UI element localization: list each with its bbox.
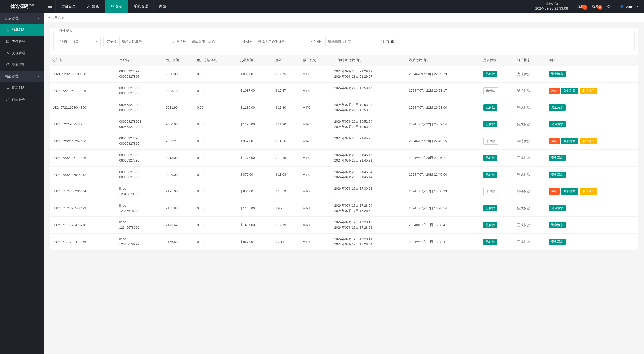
cell-order: UB2407171728542493 (50, 200, 117, 217)
wrench-icon (6, 51, 10, 55)
nav-item-0[interactable]: 后台首页 (56, 0, 81, 13)
paid-tag: 已付款 (483, 104, 497, 111)
user-menu[interactable]: 👤 admin (615, 5, 644, 8)
cell-actions: 资金流水 (546, 149, 638, 166)
cell-level: VIP1 (300, 233, 332, 250)
link-icon (6, 98, 10, 101)
action-flow[interactable]: 资金流水 (549, 239, 566, 245)
cell-amount: ＄854.00 (237, 183, 272, 200)
phone-input[interactable] (256, 37, 303, 46)
cell-order: UB2407221953172926 (50, 82, 117, 99)
cell-order: UB2407202145252436 (50, 133, 117, 150)
cell-order: UB2407171728473770 (50, 217, 117, 234)
sidebar-group-1[interactable]: 商品管理 (0, 71, 44, 82)
action-freeze[interactable]: 冻结 (549, 188, 560, 195)
nav-item-2[interactable]: 交易 (105, 0, 128, 13)
nav-item-label: 角色 (92, 4, 99, 9)
action-flow[interactable]: 资金流水 (549, 205, 566, 211)
action-flow[interactable]: 资金流水 (549, 121, 566, 127)
withdraw-badge: 0 (598, 5, 602, 10)
action-force-pay[interactable]: 强制付款 (561, 188, 578, 195)
cell-level: VIP0 (300, 116, 332, 133)
cell-commission: ＄12.19 (272, 217, 300, 234)
action-flow[interactable]: 资金流水 (549, 71, 566, 77)
cell-last: 2024年07月20日 22:45:25 (406, 133, 481, 150)
cell-user: lihao12345678999 (117, 233, 163, 250)
recharge-link[interactable]: 充值 14 (573, 4, 588, 9)
table-row: UB24072219525427510806532789980806532789… (50, 116, 638, 133)
nav-item-label: 商城 (159, 4, 166, 9)
refresh-button[interactable]: ↻ (603, 4, 615, 9)
action-flow[interactable]: 资金流水 (549, 222, 566, 228)
cell-user: lihao12345678999 (117, 183, 163, 200)
cell-actions: 资金流水 (546, 66, 638, 83)
user-input[interactable] (189, 37, 237, 46)
top-right: 当地时间 2024-09-28 21:33:08 充值 14 提现 0 ↻ 👤 … (530, 0, 644, 13)
table-row: UB2407171728412976lihao123456789992166.5… (50, 233, 638, 250)
cell-last: 2024年07月22日 20:53:04 (406, 99, 481, 116)
cell-last: 2024年07月22日 20:53:17 (406, 82, 481, 99)
cell-balance: 2000.00 (163, 66, 194, 83)
cell-balance: 2166.58 (163, 233, 194, 250)
paid-tag: 已付款 (483, 71, 497, 77)
sidebar-group-0[interactable]: 交易管理 (0, 13, 44, 24)
nav-item-4[interactable]: 商城 (153, 0, 172, 13)
sidebar-item-1-0[interactable]: 商品列表 (0, 82, 44, 94)
time-value: 2024-09-28 21:33:08 (535, 6, 568, 11)
cell-commission: ＄11.80 (272, 99, 300, 116)
cell-times: 2024年09月28日 21:29:192024年09月28日 21:29:27 (332, 66, 406, 83)
cell-actions: 资金流水 (546, 99, 638, 116)
time-input[interactable] (326, 37, 373, 46)
sidebar-item-0-1[interactable]: 充值管理 (0, 36, 44, 47)
breadcrumb-current: 订单列表 (51, 15, 64, 20)
cell-paid: 已付款 (481, 200, 515, 217)
status-select[interactable]: 全部 (70, 37, 100, 46)
paid-tag: 已付款 (483, 155, 497, 161)
action-flow[interactable]: 资金流水 (549, 104, 566, 111)
action-cancel[interactable]: 取消订单 (580, 138, 597, 144)
cell-actions: 资金流水 (546, 217, 638, 234)
nav-item-3[interactable]: 系统管理 (128, 0, 153, 13)
action-freeze[interactable]: 冻结 (549, 138, 560, 144)
action-cancel[interactable]: 取消订单 (580, 188, 597, 195)
action-flow[interactable]: 资金流水 (549, 172, 566, 178)
cell-balance: 2185.88 (163, 200, 194, 217)
column-header-10: 订单状态 (515, 55, 546, 66)
cell-order: UB2407221952542751 (50, 116, 117, 133)
cell-commission: ＄12.75 (272, 66, 300, 83)
action-freeze[interactable]: 冻结 (549, 88, 560, 94)
order-input[interactable] (120, 37, 167, 46)
top-nav: 后台首页角色交易系统管理商城 (56, 0, 172, 13)
action-flow[interactable]: 资金流水 (549, 155, 566, 161)
action-cancel[interactable]: 取消订单 (580, 88, 597, 94)
table-row: UB24092821291989280806532789708065327897… (50, 66, 638, 83)
action-force-pay[interactable]: 强制付款 (561, 138, 578, 144)
withdraw-link[interactable]: 提现 0 (588, 4, 603, 9)
cell-actions: 冻结强制付款取消订单 (546, 183, 638, 200)
unpaid-tag: 未付款 (483, 188, 498, 195)
nav-item-1[interactable]: 角色 (81, 0, 105, 13)
cell-commission: ＄10.87 (272, 82, 300, 99)
cell-balance: 2013.08 (163, 149, 194, 166)
cell-frozen: 0.00 (194, 66, 237, 83)
sidebar-item-0-2[interactable]: 提现管理 (0, 47, 44, 59)
sidebar-item-1-1[interactable]: 商品分类 (0, 94, 44, 105)
cell-frozen: 0.00 (194, 82, 237, 99)
cell-last: 2024年07月20日 22:45:17 (406, 149, 481, 166)
cell-commission: ＄7.11 (272, 233, 300, 250)
sidebar-item-0-3[interactable]: 交易控制 (0, 59, 44, 71)
sidebar-item-label: 充值管理 (12, 39, 25, 44)
sidebar-item-0-0[interactable]: 订单列表 (0, 24, 44, 36)
table-row: UB24072021450453120806532789008065327890… (50, 166, 638, 183)
search-button[interactable]: 搜 索 (376, 37, 399, 46)
cell-paid: 已付款 (481, 233, 515, 250)
table-row: UB24072021452524360806532789008065327890… (50, 133, 638, 150)
action-force-pay[interactable]: 强制付款 (561, 88, 578, 94)
sidebar-toggle[interactable] (44, 0, 56, 13)
cell-order: UB2407221953044150 (50, 99, 117, 116)
cell-state: 完成付款 (515, 233, 546, 250)
sidebar: 交易管理订单列表充值管理提现管理交易控制商品管理商品列表商品分类 (0, 13, 44, 354)
cell-state: 完成付款 (515, 149, 546, 166)
column-header-0: 订单号 (50, 55, 117, 66)
cell-actions: 资金流水 (546, 166, 638, 183)
